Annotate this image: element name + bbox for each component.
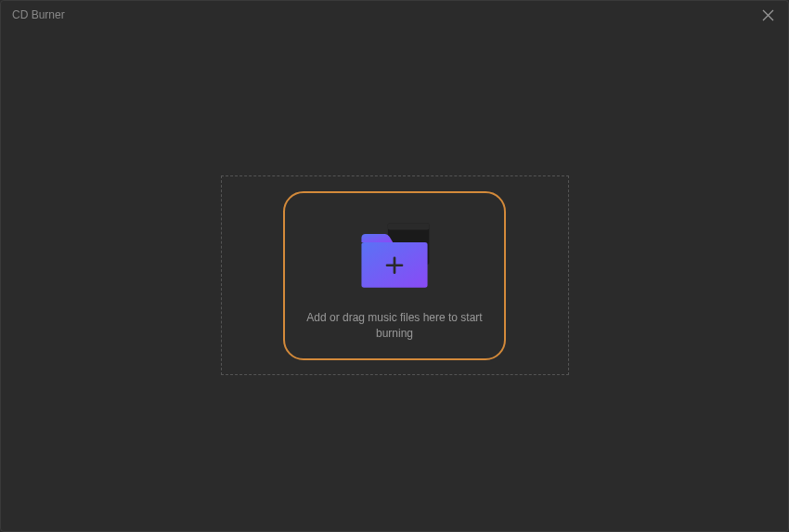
add-folder-icon xyxy=(353,219,436,293)
svg-rect-3 xyxy=(388,223,429,229)
outer-drop-region: Add or drag music files here to start bu… xyxy=(221,175,569,375)
drop-zone[interactable]: Add or drag music files here to start bu… xyxy=(283,191,506,360)
title-bar: CD Burner xyxy=(1,1,788,29)
close-icon xyxy=(762,9,774,21)
drop-instruction-text: Add or drag music files here to start bu… xyxy=(294,310,495,342)
content-area: Add or drag music files here to start bu… xyxy=(1,29,788,531)
window-title: CD Burner xyxy=(12,8,65,21)
close-button[interactable] xyxy=(758,6,777,24)
